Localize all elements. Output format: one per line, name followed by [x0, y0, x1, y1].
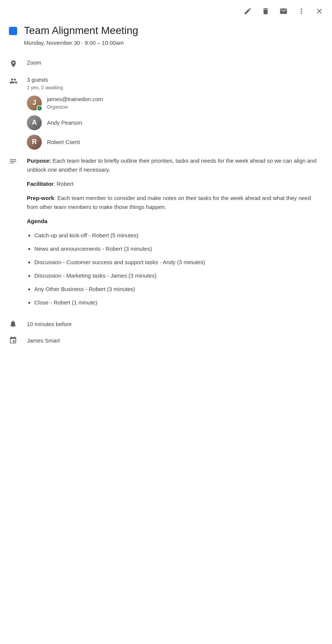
purpose-label: Purpose:: [27, 157, 51, 164]
avatar-image-robert: R: [27, 135, 42, 150]
guest-role: Organizer: [47, 103, 103, 111]
facilitator-value: : Robert: [54, 181, 73, 187]
event-date: Monday, November 30: [24, 40, 80, 46]
location-icon: [9, 59, 18, 68]
list-item: Close - Robert (1 minute): [34, 298, 323, 307]
event-time: 9:00 – 10:00am: [85, 40, 123, 46]
list-item: Any Other Business - Robert (3 minutes): [34, 285, 323, 294]
avatar: R: [27, 135, 42, 150]
calendar-icon: [9, 336, 18, 345]
location-row: Zoom: [0, 55, 332, 72]
purpose-paragraph: Purpose: Each team leader to briefly out…: [27, 156, 323, 174]
event-color-dot: [9, 27, 17, 35]
description-text: Purpose: Each team leader to briefly out…: [27, 156, 323, 312]
agenda-heading: Agenda: [27, 217, 323, 226]
guests-status: 1 yes, 2 awaiting: [27, 84, 323, 91]
event-datetime: Monday, November 30 · 9:00 – 10:00am: [24, 39, 138, 47]
calendar-name: James Smart: [27, 337, 60, 345]
guests-row: 3 guests 1 yes, 2 awaiting J james@train…: [0, 72, 332, 153]
guests-content: 3 guests 1 yes, 2 awaiting J james@train…: [27, 76, 323, 150]
delete-button[interactable]: [260, 6, 271, 16]
edit-button[interactable]: [242, 6, 253, 16]
prepwork-label: Prep-work: [27, 195, 54, 201]
event-title: Team Alignment Meeting: [24, 24, 138, 37]
guest-name: Robert Cserti: [47, 138, 80, 147]
calendar-row: James Smart: [0, 334, 332, 353]
list-item: News and announcements - Robert (3 minut…: [34, 244, 323, 253]
avatar: A: [27, 115, 42, 130]
toolbar: [0, 0, 332, 19]
guest-name: Andy Pearson: [47, 119, 82, 127]
email-button[interactable]: [278, 6, 289, 16]
guest-list: J james@trainedon.com Organizer A Andy: [27, 95, 323, 150]
guests-icon: [9, 76, 18, 85]
bell-icon: [9, 320, 18, 329]
checkmark-badge: [37, 105, 43, 111]
list-item: Catch-up and kick-off - Robert (5 minute…: [34, 231, 323, 240]
agenda-list: Catch-up and kick-off - Robert (5 minute…: [27, 231, 323, 307]
purpose-text: Each team leader to briefly outline thei…: [27, 157, 316, 173]
guest-name: james@trainedon.com: [47, 95, 103, 104]
prepwork-text: : Each team member to consider and make …: [27, 195, 311, 210]
prepwork-paragraph: Prep-work: Each team member to consider …: [27, 194, 323, 212]
event-header: Team Alignment Meeting Monday, November …: [0, 19, 332, 55]
reminder-text: 10 minutes before: [27, 320, 72, 329]
list-item: Discussion - Customer success and suppor…: [34, 258, 323, 267]
event-separator: ·: [82, 40, 85, 46]
list-item: R Robert Cserti: [27, 135, 323, 150]
location-text: Zoom: [27, 59, 323, 67]
description-icon: [9, 157, 18, 166]
guests-count: 3 guests: [27, 76, 323, 84]
list-item: Discussion - Marketing tasks - James (3 …: [34, 271, 323, 280]
facilitator-label: Facilitator: [27, 181, 54, 187]
more-options-button[interactable]: [296, 6, 307, 16]
description-section: Purpose: Each team leader to briefly out…: [0, 153, 332, 315]
avatar-image-andy: A: [27, 115, 42, 130]
avatar: J: [27, 96, 42, 110]
agenda-label: Agenda: [27, 218, 47, 224]
list-item: A Andy Pearson: [27, 115, 323, 130]
reminder-row: 10 minutes before: [0, 315, 332, 334]
close-button[interactable]: [314, 6, 325, 16]
facilitator-paragraph: Facilitator: Robert: [27, 179, 323, 188]
list-item: J james@trainedon.com Organizer: [27, 95, 323, 111]
